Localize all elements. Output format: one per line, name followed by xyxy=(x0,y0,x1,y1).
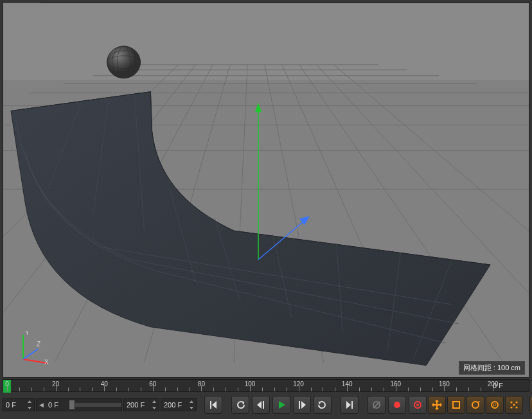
tick xyxy=(432,388,433,391)
svg-point-51 xyxy=(472,402,479,408)
range-end-field[interactable]: 200 F xyxy=(161,398,197,411)
loop-back-button[interactable] xyxy=(231,396,249,414)
svg-point-56 xyxy=(510,406,512,408)
tick-label: 0 xyxy=(5,380,9,388)
timeline-ruler[interactable]: 020406080100120140160180200 0 F xyxy=(3,379,529,392)
svg-line-40 xyxy=(23,359,47,363)
tick-label: 100 xyxy=(245,380,256,388)
tick xyxy=(287,388,287,391)
tick xyxy=(359,388,360,391)
tick xyxy=(165,388,166,391)
svg-rect-0 xyxy=(3,3,529,80)
tick xyxy=(226,388,226,391)
axis-widget: Y X Z xyxy=(13,331,52,366)
tick xyxy=(129,388,129,391)
tick-label: 20 xyxy=(52,380,59,388)
preview-start-value: 0 F xyxy=(46,398,69,411)
render-button[interactable] xyxy=(529,396,532,414)
tick-label: 40 xyxy=(101,380,108,388)
tick xyxy=(335,388,335,391)
scale-tool-button[interactable] xyxy=(447,396,465,414)
svg-text:P: P xyxy=(493,402,496,408)
move-tool-button[interactable] xyxy=(428,396,446,414)
tick-label: 60 xyxy=(149,380,156,388)
range-start-field[interactable]: 0 F xyxy=(3,398,35,411)
svg-point-47 xyxy=(394,402,400,408)
svg-point-58 xyxy=(513,404,515,406)
tick xyxy=(384,388,384,391)
svg-rect-50 xyxy=(453,402,459,408)
tick xyxy=(323,388,323,391)
slider-prev-icon[interactable]: ◀ xyxy=(37,399,46,411)
loop-fwd-button[interactable] xyxy=(314,396,332,414)
step-fwd-button[interactable] xyxy=(293,396,311,414)
rotate-tool-button[interactable] xyxy=(466,396,484,414)
range-end-value: 200 F xyxy=(164,401,182,409)
tick xyxy=(92,388,93,391)
svg-line-41 xyxy=(23,349,38,359)
svg-point-55 xyxy=(515,401,517,403)
range-start-value: 0 F xyxy=(6,401,16,409)
svg-point-57 xyxy=(515,406,517,408)
tick-label: 180 xyxy=(439,380,450,388)
tick-label: 120 xyxy=(293,380,304,388)
tick xyxy=(213,388,214,391)
viewport-canvas xyxy=(3,3,529,377)
tick xyxy=(116,388,117,391)
tick xyxy=(177,388,178,391)
tick xyxy=(274,388,275,391)
tick xyxy=(262,388,263,391)
svg-point-49 xyxy=(416,404,419,406)
goto-end-button[interactable] xyxy=(341,396,359,414)
svg-point-54 xyxy=(510,401,512,403)
tick xyxy=(468,388,469,391)
scene-3d[interactable]: Y X Z xyxy=(3,3,529,377)
tick xyxy=(44,388,44,391)
record-button[interactable] xyxy=(388,396,406,414)
step-back-button[interactable] xyxy=(252,396,270,414)
param-tool-button[interactable]: P xyxy=(486,396,504,414)
tick xyxy=(420,388,421,391)
tick-label: 160 xyxy=(390,380,401,388)
tick xyxy=(141,388,141,391)
tick xyxy=(408,388,409,391)
tick xyxy=(80,388,80,391)
tick xyxy=(481,388,481,391)
play-button[interactable] xyxy=(272,396,290,414)
tick-label: 140 xyxy=(342,380,353,388)
svg-text:Z: Z xyxy=(37,341,40,348)
preview-range-slider[interactable]: ◀ 0 F xyxy=(36,398,122,411)
svg-text:Y: Y xyxy=(25,331,30,336)
autokey-button[interactable] xyxy=(409,396,427,414)
tick xyxy=(238,388,238,391)
tick xyxy=(68,388,69,391)
preview-end-field[interactable]: 200 F xyxy=(123,398,159,411)
tick xyxy=(311,388,312,391)
tick xyxy=(31,388,32,391)
viewport[interactable]: 透视视图 xyxy=(3,3,529,378)
tick-label: 80 xyxy=(198,380,205,388)
preview-end-value: 200 F xyxy=(127,401,145,409)
points-tool-button[interactable] xyxy=(505,396,523,414)
tick xyxy=(19,388,20,391)
grid-spacing-label: 网格间距 : 100 cm xyxy=(459,361,525,375)
tick xyxy=(456,388,457,391)
tick xyxy=(371,388,372,391)
current-frame-readout: 0 F xyxy=(490,380,526,391)
record-disabled-button[interactable] xyxy=(368,396,386,414)
svg-text:X: X xyxy=(44,359,49,366)
goto-start-button[interactable] xyxy=(204,396,222,414)
tick xyxy=(190,388,190,391)
